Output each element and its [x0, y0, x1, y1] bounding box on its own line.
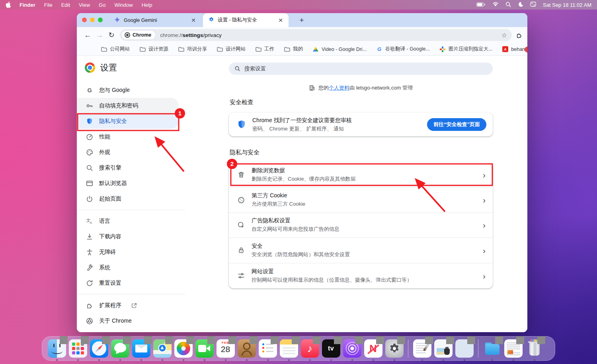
sidebar-item-下载内容[interactable]: 下载内容	[77, 229, 179, 244]
privacy-row-删除浏览数据[interactable]: 删除浏览数据删除历史记录、Cookie、缓存内容及其他数据›	[229, 162, 493, 187]
close-tab-icon[interactable]: ✕	[277, 17, 285, 23]
spotlight-icon[interactable]	[505, 2, 511, 8]
dock-contacts-icon[interactable]	[238, 339, 256, 358]
dock-music-icon[interactable]: ♪	[301, 339, 319, 358]
dock-app-icon[interactable]	[455, 339, 474, 358]
dock-indicator-dot	[183, 359, 184, 361]
privacy-row-网站设置[interactable]: 网站设置控制网站可以使用和显示的信息（位置信息、摄像头、弹出式窗口等）›	[229, 263, 493, 288]
dock-textedit-icon[interactable]	[413, 339, 431, 358]
folder-icon	[217, 46, 223, 53]
search-settings-input[interactable]: 搜索设置	[229, 62, 493, 75]
menu-bar-clock[interactable]: Sat Sep 18 11:02 AM	[543, 2, 591, 8]
security-check-heading: 安全检查	[230, 99, 254, 106]
dock-calendar-icon[interactable]: FEB28	[217, 339, 235, 358]
reload-icon[interactable]: ↻	[105, 29, 117, 41]
dock-facetime-icon[interactable]	[195, 339, 214, 358]
bookmark-label: 我的	[293, 46, 303, 53]
dock-safari-icon[interactable]	[90, 339, 108, 358]
bookmark-item[interactable]: 培训分享	[178, 46, 207, 53]
sidebar-item-label: 性能	[99, 133, 110, 140]
do-not-disturb-icon[interactable]	[518, 2, 523, 8]
dock-indicator-dot	[162, 359, 163, 361]
sidebar-item-起始页面[interactable]: 起始页面	[77, 191, 179, 206]
bookmark-item[interactable]: 设计资源	[139, 46, 168, 53]
sidebar-item-自动填充和密码[interactable]: 自动填充和密码	[77, 98, 179, 113]
shield-icon	[86, 118, 93, 125]
dock-launchpad-icon[interactable]	[69, 339, 87, 358]
privacy-row-第三方 Cookie[interactable]: 第三方 Cookie允许使用第三方 Cookie›	[229, 187, 493, 212]
battery-icon[interactable]	[476, 2, 486, 8]
apple-menu-icon[interactable]	[6, 2, 11, 8]
chrome-url-chip[interactable]: Chrome	[122, 31, 155, 39]
wifi-icon[interactable]	[492, 2, 499, 8]
privacy-row-安全[interactable]: 安全安全浏览（防范危险网站）和其他安全设置›	[229, 238, 493, 263]
bookmark-label: 谷歌翻译 - Google...	[385, 46, 430, 53]
back-icon[interactable]: ←	[82, 29, 94, 41]
menu-go[interactable]: Go	[99, 2, 105, 8]
sidebar-item-关于 Chrome[interactable]: 关于 Chrome	[77, 313, 179, 329]
wrench-icon	[86, 264, 93, 271]
menu-file[interactable]: File	[44, 2, 53, 8]
sidebar-item-label: 下载内容	[99, 233, 121, 240]
sidebar-item-系统[interactable]: 系统	[77, 260, 179, 275]
tab-settings-privacy[interactable]: 设置 - 隐私与安全 ✕	[203, 13, 289, 27]
tab-google-gemini[interactable]: Google Gemini ✕	[108, 13, 201, 27]
new-tab-button[interactable]: +	[297, 15, 307, 25]
dock-podcasts-icon[interactable]	[343, 339, 361, 358]
close-tab-icon[interactable]: ✕	[189, 17, 197, 23]
sidebar-item-性能[interactable]: 性能	[77, 129, 179, 144]
sidebar-item-label: 搜索引擎	[99, 164, 121, 171]
minimize-window-button[interactable]	[90, 18, 95, 22]
address-bar[interactable]: Chrome chrome://settings/privacy ☆	[120, 29, 512, 41]
sidebar-item-搜索引擎[interactable]: 搜索引擎	[77, 160, 179, 175]
dock-news-icon[interactable]: N	[364, 339, 382, 358]
menu-finder[interactable]: Finder	[20, 2, 35, 8]
sidebar-item-您与 Google[interactable]: G您与 Google	[77, 82, 179, 98]
bookmark-item[interactable]: Abehance.net/harp...	[502, 46, 527, 53]
dock-maps-icon[interactable]	[153, 339, 172, 358]
settings-gear-icon	[209, 17, 214, 23]
sidebar-item-隐私与安全[interactable]: 隐私与安全	[77, 113, 179, 129]
dock-finder-icon[interactable]	[48, 339, 66, 358]
dock-photos-icon[interactable]	[174, 339, 193, 358]
menu-window[interactable]: Window	[114, 2, 133, 8]
menu-view[interactable]: View	[79, 2, 90, 8]
sidebar-item-扩展程序[interactable]: 扩展程序	[77, 298, 179, 313]
bookmark-item[interactable]: 设计网站	[217, 46, 246, 53]
dock-indicator-dot	[267, 359, 269, 361]
menu-help[interactable]: Help	[142, 2, 152, 8]
sidebar-item-默认浏览器[interactable]: 默认浏览器	[77, 175, 179, 191]
bookmark-item[interactable]: 图片压缩到指定大...	[439, 46, 492, 53]
bookmark-item[interactable]: G谷歌翻译 - Google...	[376, 46, 430, 53]
tab-strip: Google Gemini ✕ 设置 - 隐私与安全 ✕ +	[77, 13, 527, 27]
bookmark-item[interactable]: 我的	[284, 46, 303, 53]
dock-reminders-icon[interactable]	[259, 339, 277, 358]
dock-tv-icon[interactable]: tv	[322, 339, 340, 358]
bookmark-item[interactable]: Video - Google Dri...	[312, 46, 367, 53]
bookmark-item[interactable]: 公司网站	[101, 46, 130, 53]
dock-messages-icon[interactable]	[111, 339, 129, 358]
zoom-window-button[interactable]	[98, 18, 103, 22]
sidebar-item-重置设置[interactable]: 重置设置	[77, 275, 179, 291]
go-to-safety-check-button[interactable]: 前往“安全检查”页面	[427, 118, 486, 131]
sidebar-item-语言[interactable]: 文A语言	[77, 213, 179, 229]
sidebar-item-label: 隐私与安全	[99, 118, 127, 125]
forward-icon[interactable]: →	[94, 29, 105, 41]
dock-settings-icon[interactable]	[385, 339, 404, 358]
sidebar-item-外观[interactable]: 外观	[77, 144, 179, 160]
menu-edit[interactable]: Edit	[61, 2, 70, 8]
dock-notes-icon[interactable]	[280, 339, 298, 358]
dock-document-icon[interactable]	[504, 339, 523, 358]
sidebar-item-无障碍[interactable]: 无障碍	[77, 244, 179, 260]
dock-preview-icon[interactable]	[434, 339, 453, 358]
dock-mail-icon[interactable]	[132, 339, 150, 358]
bookmark-star-icon[interactable]: ☆	[501, 31, 507, 39]
privacy-row-广告隐私权设置[interactable]: 广告隐私权设置自定义网站可用来向您投放广告的信息›	[229, 213, 493, 238]
profile-link[interactable]: 个人资料	[329, 85, 349, 91]
dock-trash-icon[interactable]	[525, 339, 544, 358]
control-center-icon[interactable]	[530, 2, 536, 8]
extensions-puzzle-icon[interactable]	[516, 32, 523, 39]
bookmark-item[interactable]: 工作	[255, 46, 274, 53]
close-window-button[interactable]	[82, 18, 87, 22]
dock-folder-icon[interactable]	[483, 339, 501, 358]
